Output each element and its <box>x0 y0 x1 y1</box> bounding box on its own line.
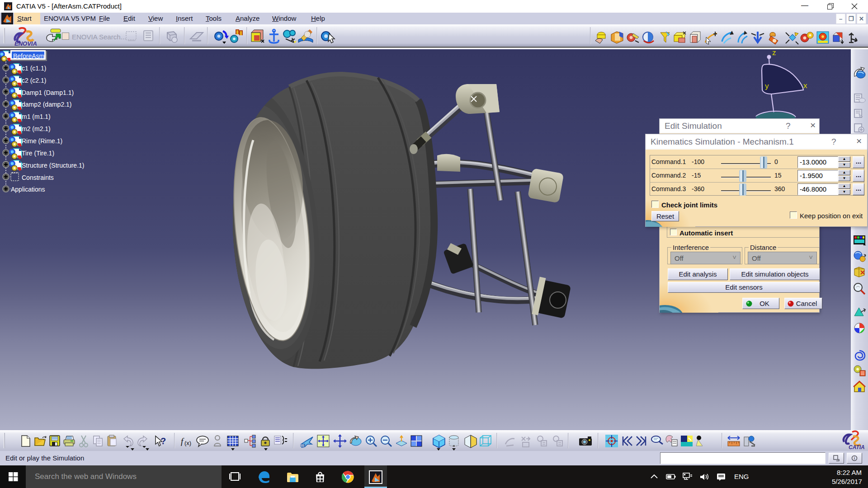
svg-text:?: ? <box>160 436 166 446</box>
svg-text:x: x <box>803 81 807 90</box>
svg-text:ENOVIA: ENOVIA <box>14 40 37 46</box>
svg-text:f: f <box>181 436 184 446</box>
svg-text:y: y <box>765 82 769 90</box>
svg-text:z: z <box>772 49 776 57</box>
svg-text:(x): (x) <box>184 440 191 446</box>
svg-text:CATIA: CATIA <box>849 444 865 450</box>
svg-text:i: i <box>854 456 855 460</box>
